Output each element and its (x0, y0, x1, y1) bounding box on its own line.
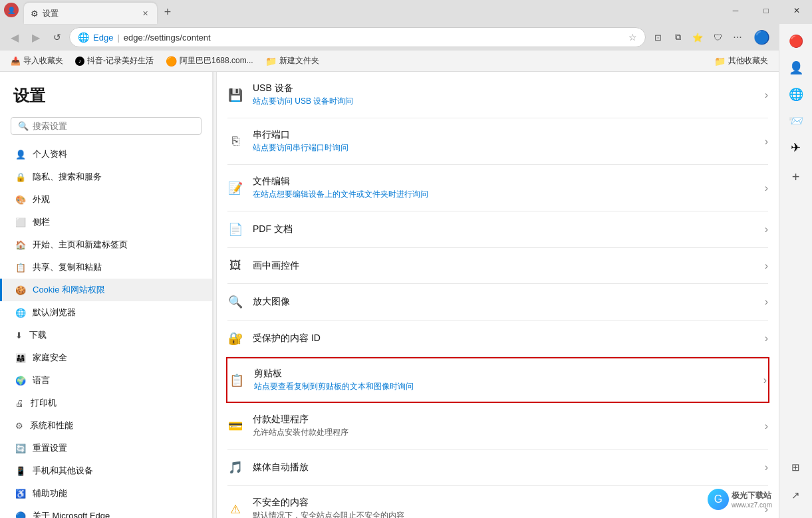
star-icon[interactable]: ☆ (628, 32, 637, 43)
ext-icon-2[interactable]: 👤 (784, 56, 808, 80)
minimize-button[interactable]: ─ (720, 0, 751, 21)
close-button[interactable]: ✕ (781, 0, 812, 21)
pip-icon: 🖼 (227, 259, 243, 273)
ext-icon-4[interactable]: 📨 (784, 109, 808, 133)
profile-icon[interactable]: 👤 (4, 3, 19, 17)
settings-item-zoom[interactable]: 🔍 放大图像 › (227, 284, 768, 321)
payment-title: 付款处理程序 (253, 414, 755, 426)
autoplay-title: 媒体自动播放 (253, 461, 755, 473)
settings-item-insecure[interactable]: ⚠ 不安全的内容 默认情况下，安全站点会阻止不安全的内容 › (227, 486, 768, 518)
ext-icon-1[interactable]: 🔴 (784, 29, 808, 53)
folder-icon: 📁 (265, 56, 277, 66)
nav-item-start[interactable]: 🏠 开始、主页和新建标签页 (0, 233, 212, 256)
payment-icon: 💳 (227, 419, 243, 434)
active-tab[interactable]: ⚙ 设置 ✕ (24, 3, 157, 24)
settings-item-autoplay[interactable]: 🎵 媒体自动播放 › (227, 450, 768, 486)
nav-item-mobile[interactable]: 📱 手机和其他设备 (0, 459, 212, 482)
nav-item-share[interactable]: 📋 共享、复制和粘贴 (0, 256, 212, 279)
language-nav-label: 语言 (33, 374, 50, 386)
settings-item-pdf[interactable]: 📄 PDF 文档 › (227, 211, 768, 248)
tiktok-icon: ♪ (75, 57, 84, 66)
nav-item-privacy[interactable]: 🔒 隐私、搜索和服务 (0, 166, 212, 188)
settings-item-file-edit[interactable]: 📝 文件编辑 在站点想要编辑设备上的文件或文件夹时进行询问 › (227, 165, 768, 211)
nav-item-appearance[interactable]: 🎨 外观 (0, 188, 212, 211)
bookmark-tiktok[interactable]: ♪ 抖音-记录美好生活 (70, 54, 159, 68)
payment-arrow: › (765, 420, 768, 432)
more-menu-button[interactable]: ··· (728, 28, 747, 47)
address-bar[interactable]: 🌐 Edge | edge://settings/content ☆ (69, 27, 646, 47)
appearance-nav-label: 外观 (33, 194, 50, 205)
nav-item-sidebar[interactable]: ⬜ 侧栏 (0, 211, 212, 233)
new-tab-button[interactable]: + (158, 3, 177, 21)
nav-item-printer[interactable]: 🖨 打印机 (0, 392, 212, 414)
forward-button[interactable]: ▶ (27, 28, 45, 47)
protected-content-arrow: › (765, 332, 768, 344)
pdf-arrow: › (765, 223, 768, 235)
settings-item-protected-content[interactable]: 🔐 受保护的内容 ID › (227, 321, 768, 357)
usb-content: USB 设备 站点要访问 USB 设备时询问 (253, 82, 755, 107)
settings-item-clipboard[interactable]: 📋 剪贴板 站点要查看复制到剪贴板的文本和图像时询问 › (226, 357, 769, 403)
settings-item-payment[interactable]: 💳 付款处理程序 允许站点安装付款处理程序 › (227, 403, 768, 450)
mobile-nav-icon: 📱 (15, 466, 26, 476)
file-edit-arrow: › (765, 182, 768, 194)
search-box[interactable]: 🔍 (11, 117, 202, 135)
settings-item-serial[interactable]: ⎘ 串行端口 站点要访问串行端口时询问 › (227, 118, 768, 165)
ext-icon-3[interactable]: 🌐 (784, 82, 808, 106)
search-icon: 🔍 (18, 121, 29, 131)
nav-item-reset[interactable]: 🔄 重置设置 (0, 437, 212, 459)
nav-item-cookies[interactable]: 🍪 Cookie 和网站权限 (0, 279, 212, 301)
bookmark-new-folder[interactable]: 📁 新建文件夹 (260, 54, 325, 68)
ext-bottom-icon-1[interactable]: ⊞ (784, 455, 808, 479)
usb-icon: 💾 (227, 88, 243, 102)
start-nav-label: 开始、主页和新建标签页 (33, 239, 128, 251)
search-input[interactable] (33, 121, 194, 131)
file-edit-title: 文件编辑 (253, 176, 755, 188)
tiktok-label: 抖音-记录美好生活 (87, 55, 154, 66)
nav-item-downloads[interactable]: ⬇ 下载 (0, 324, 212, 346)
tab-settings-icon: ⚙ (31, 9, 39, 19)
settings-sidebar: 设置 🔍 👤 个人资料 🔒 隐私、搜索和服务 🎨 外观 ⬜ 侧栏 (0, 72, 213, 518)
zoom-content: 放大图像 (253, 296, 755, 308)
accessibility-nav-label: 辅助功能 (33, 487, 67, 499)
file-edit-icon: 📝 (227, 181, 243, 195)
alibaba-label: 阿里巴巴1688.com... (180, 55, 253, 66)
edge-sidebar-toggle[interactable]: 🔵 (749, 25, 773, 49)
file-edit-desc: 在站点想要编辑设备上的文件或文件夹时进行询问 (253, 189, 755, 200)
nav-item-default-browser[interactable]: 🌐 默认浏览器 (0, 301, 212, 324)
alibaba-icon: 🟠 (166, 56, 177, 66)
ext-icon-5[interactable]: ✈ (784, 136, 808, 160)
refresh-button[interactable]: ↺ (48, 28, 67, 47)
bookmark-alibaba[interactable]: 🟠 阿里巴巴1688.com... (160, 54, 259, 68)
printer-nav-icon: 🖨 (15, 398, 24, 408)
ext-bottom-icon-2[interactable]: ↗ (784, 483, 808, 507)
nav-item-about[interactable]: 🔵 关于 Microsoft Edge (0, 505, 212, 518)
about-nav-label: 关于 Microsoft Edge (33, 510, 110, 518)
nav-item-language[interactable]: 🌍 语言 (0, 369, 212, 392)
favorites-button[interactable]: ⭐ (688, 28, 707, 47)
settings-content: 💾 USB 设备 站点要访问 USB 设备时询问 › ⎘ 串行端口 站点要访问串… (217, 72, 779, 518)
toolbar-icons: ⊡ ⧉ ⭐ 🛡 ··· (648, 28, 747, 47)
tab-close-btn[interactable]: ✕ (140, 8, 150, 19)
other-bookmarks[interactable]: 📁 其他收藏夹 (709, 54, 773, 68)
family-nav-label: 家庭安全 (33, 352, 67, 364)
zoom-title: 放大图像 (253, 296, 755, 308)
collections-button[interactable]: ⊡ (648, 28, 667, 47)
new-folder-label: 新建文件夹 (279, 55, 319, 66)
settings-item-usb[interactable]: 💾 USB 设备 站点要访问 USB 设备时询问 › (227, 72, 768, 118)
privacy-nav-icon: 🔒 (15, 172, 26, 182)
pip-title: 画中画控件 (253, 260, 755, 272)
clipboard-desc: 站点要查看复制到剪贴板的文本和图像时询问 (254, 381, 754, 392)
bookmark-import[interactable]: 📥 导入收藏夹 (5, 54, 68, 68)
ext-add-button[interactable]: + (784, 165, 808, 189)
browser-essentials-button[interactable]: 🛡 (708, 28, 727, 47)
split-screen-button[interactable]: ⧉ (668, 28, 687, 47)
nav-item-profile[interactable]: 👤 个人资料 (0, 143, 212, 166)
share-nav-label: 共享、复制和粘贴 (33, 261, 102, 273)
nav-item-accessibility[interactable]: ♿ 辅助功能 (0, 482, 212, 505)
settings-item-pip[interactable]: 🖼 画中画控件 › (227, 248, 768, 284)
nav-item-system[interactable]: ⚙ 系统和性能 (0, 414, 212, 437)
nav-item-family[interactable]: 👨‍👩‍👧 家庭安全 (0, 346, 212, 369)
maximize-button[interactable]: □ (751, 0, 781, 21)
back-button[interactable]: ◀ (5, 28, 24, 47)
settings-title: 设置 (0, 85, 212, 117)
